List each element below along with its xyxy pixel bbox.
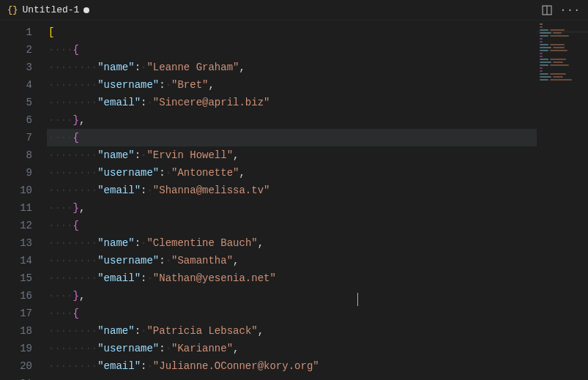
minimap-line	[540, 56, 585, 57]
code-line[interactable]: [	[47, 23, 537, 41]
line-number: 10	[0, 182, 47, 199]
code-line[interactable]: ········"email":·"Shanna@melissa.tv"	[47, 182, 537, 199]
line-number: 8	[0, 146, 47, 164]
editor-tab[interactable]: {} Untitled-1	[0, 0, 97, 20]
active-line-highlight	[47, 129, 537, 146]
line-number: 3	[0, 59, 47, 76]
code-line[interactable]: ········"name":·"Leanne Graham",	[47, 59, 537, 76]
code-line[interactable]: ····{	[47, 129, 537, 146]
line-number: 19	[0, 340, 47, 357]
line-number: 15	[0, 269, 47, 287]
minimap-line	[540, 67, 585, 69]
split-editor-icon[interactable]	[541, 4, 553, 16]
tab-bar: {} Untitled-1 ···	[0, 0, 588, 21]
minimap-line	[540, 41, 585, 42]
minimap-line	[540, 35, 585, 37]
line-number: 6	[0, 111, 47, 129]
code-line[interactable]: ········"email":·"Nathan@yesenia.net"	[47, 269, 537, 287]
line-number: 12	[0, 217, 47, 234]
line-number: 4	[0, 76, 47, 94]
line-number: 2	[0, 41, 47, 59]
tab-title: Untitled-1	[22, 4, 79, 15]
minimap-line	[540, 62, 585, 63]
code-line[interactable]: ········"name":·"Ervin Howell",	[47, 146, 537, 164]
code-area[interactable]: [····{········"name":·"Leanne Graham",··…	[47, 21, 537, 380]
code-line[interactable]: ····},	[47, 199, 537, 217]
line-number: 5	[0, 94, 47, 111]
code-line[interactable]: ········"email":·"Sincere@april.biz"	[47, 94, 537, 111]
code-line[interactable]: ····},	[47, 287, 537, 305]
code-line[interactable]: ········"name":·"Patricia Lebsack",	[47, 322, 537, 340]
minimap-line	[540, 53, 585, 54]
code-line[interactable]: ········"username":·"Antonette",	[47, 164, 537, 182]
code-line[interactable]: ····},	[47, 111, 537, 129]
line-number: 7	[0, 129, 47, 146]
minimap-line	[540, 76, 585, 78]
line-number: 16	[0, 287, 47, 305]
code-line[interactable]: ····{	[47, 41, 537, 59]
code-line[interactable]	[47, 375, 537, 380]
editor[interactable]: 123456789101112131415161718192021 [····{…	[0, 21, 588, 380]
editor-title-actions: ···	[541, 0, 588, 20]
code-line[interactable]: ····{	[47, 217, 537, 234]
minimap-viewport	[537, 31, 588, 33]
minimap[interactable]	[537, 21, 588, 380]
code-line[interactable]: ········"name":·"Clementine Bauch",	[47, 234, 537, 252]
minimap-line	[540, 73, 585, 75]
code-line[interactable]: ········"username":·"Samantha",	[47, 252, 537, 269]
minimap-line	[540, 79, 585, 81]
line-number: 1	[0, 23, 47, 41]
more-actions-icon[interactable]: ···	[560, 4, 581, 16]
json-file-icon: {}	[7, 5, 18, 15]
line-number: 9	[0, 164, 47, 182]
code-line[interactable]: ········"username":·"Bret",	[47, 76, 537, 94]
line-number-gutter: 123456789101112131415161718192021	[0, 21, 47, 380]
minimap-line	[540, 59, 585, 60]
line-number: 11	[0, 199, 47, 217]
text-cursor	[357, 293, 358, 306]
minimap-line	[540, 23, 585, 25]
minimap-line	[540, 38, 585, 40]
minimap-line	[540, 70, 585, 72]
line-number: 13	[0, 234, 47, 252]
code-line[interactable]: ········"email":·"Julianne.OConner@kory.…	[47, 357, 537, 375]
line-number: 20	[0, 357, 47, 375]
minimap-line	[540, 64, 585, 66]
code-line[interactable]: ····{	[47, 305, 537, 322]
code-line[interactable]: ········"username":·"Karianne",	[47, 340, 537, 357]
minimap-line	[540, 47, 585, 48]
line-number: 21	[0, 375, 47, 380]
minimap-line	[540, 50, 585, 51]
minimap-line	[540, 44, 585, 45]
line-number: 14	[0, 252, 47, 269]
minimap-line	[540, 26, 585, 28]
line-number: 18	[0, 322, 47, 340]
line-number: 17	[0, 305, 47, 322]
dirty-indicator-icon	[83, 7, 89, 13]
